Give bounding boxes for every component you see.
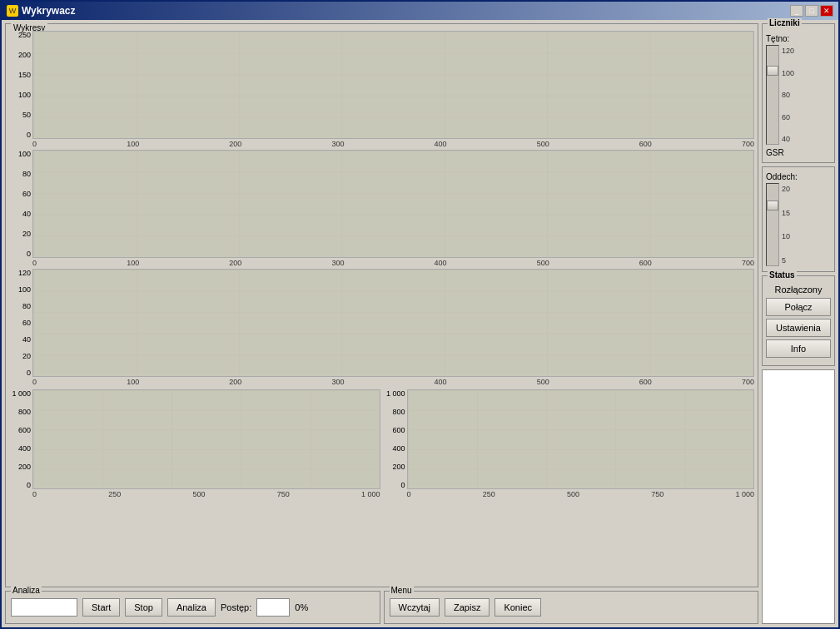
progress-input[interactable] (256, 598, 290, 617)
x-label: 700 (742, 378, 754, 386)
y-label: 800 (392, 408, 405, 416)
y-label: 150 (18, 71, 31, 79)
info-textarea[interactable] (762, 369, 835, 624)
x-label: 500 (537, 140, 549, 148)
chart-1-plot (32, 31, 754, 139)
status-content: Rozłączony Połącz Ustawienia Info (766, 285, 831, 360)
x-label: 0 (32, 259, 37, 267)
analysis-label: Analiza (11, 586, 42, 595)
oddech-label-10: 10 (782, 232, 790, 240)
svg-rect-5 (33, 270, 753, 376)
connect-button[interactable]: Połącz (766, 298, 831, 316)
x-label: 0 (32, 378, 37, 386)
x-label: 200 (229, 378, 241, 386)
y-label: 400 (392, 444, 405, 453)
chart-2-y-labels: 100 80 60 40 20 0 (9, 150, 32, 258)
info-button[interactable]: Info (766, 339, 831, 358)
y-label: 20 (22, 230, 31, 238)
x-label: 400 (435, 140, 447, 148)
oddech-label: Oddech: (766, 172, 831, 181)
chart-2-plot (32, 150, 754, 258)
y-label: 20 (22, 352, 31, 360)
x-label: 400 (435, 259, 447, 267)
bc-left-inner: 1 000 800 600 400 200 0 (9, 389, 380, 489)
oddech-slider-container: 20 15 10 5 (766, 183, 831, 266)
tetno-thumb[interactable] (767, 66, 778, 76)
tetno-label-40: 40 (782, 135, 794, 143)
x-label: 750 (277, 490, 290, 498)
chart-2: 100 80 60 40 20 0 (9, 150, 754, 267)
x-label: 200 (229, 140, 241, 148)
analyze-button[interactable]: Analiza (167, 598, 216, 617)
progress-label: Postęp: (221, 602, 251, 612)
exit-button[interactable]: Koniec (495, 598, 541, 617)
stop-button[interactable]: Stop (125, 598, 162, 617)
counters-section: Liczniki Tętno: 120 100 80 60 40 (762, 23, 835, 163)
y-label: 0 (27, 369, 31, 377)
bc-right-plot (407, 389, 755, 489)
x-label: 300 (331, 259, 344, 267)
x-label: 300 (331, 140, 344, 148)
save-button[interactable]: Zapisz (445, 598, 490, 617)
status-title: Status (768, 270, 797, 280)
maximize-button[interactable]: □ (805, 5, 818, 17)
oddech-label-20: 20 (782, 185, 790, 193)
oddech-slider-labels: 20 15 10 5 (782, 183, 790, 266)
tetno-label: Tętno: (766, 34, 831, 43)
counters-title: Liczniki (768, 18, 802, 27)
y-label: 120 (18, 269, 31, 277)
y-label: 40 (22, 210, 31, 218)
load-button[interactable]: Wczytaj (390, 598, 440, 617)
chart-3-inner: 120 100 80 60 40 20 0 (9, 269, 754, 377)
chart-1-inner: 250 200 150 100 50 0 (9, 31, 754, 139)
tetno-group: Tętno: 120 100 80 60 40 (766, 34, 831, 145)
status-value: Rozłączony (766, 285, 831, 295)
y-label: 60 (22, 190, 31, 198)
chart-2-inner: 100 80 60 40 20 0 (9, 150, 754, 258)
three-charts: 250 200 150 100 50 0 (9, 31, 754, 386)
tetno-label-80: 80 (782, 91, 794, 99)
title-bar: W Wykrywacz _ □ ✕ (2, 2, 838, 20)
x-label: 250 (483, 490, 495, 498)
bottom-chart-left: 1 000 800 600 400 200 0 (9, 389, 380, 498)
x-label: 300 (331, 378, 344, 386)
y-label: 0 (27, 481, 31, 489)
close-button[interactable]: ✕ (820, 5, 833, 17)
svg-rect-9 (408, 390, 754, 488)
bc-left-y-labels: 1 000 800 600 400 200 0 (9, 389, 32, 489)
x-label: 600 (639, 140, 652, 148)
settings-button[interactable]: Ustawienia (766, 319, 831, 337)
x-label: 100 (127, 259, 139, 267)
oddech-slider[interactable] (766, 183, 779, 266)
x-label: 500 (192, 490, 205, 498)
minimize-button[interactable]: _ (790, 5, 803, 17)
oddech-thumb[interactable] (767, 201, 778, 210)
y-label: 200 (18, 51, 31, 59)
chart-3-x-labels: 0 100 200 300 400 500 600 700 (9, 378, 754, 386)
bc-right-inner: 1 000 800 600 400 200 0 (384, 389, 755, 489)
x-label: 500 (537, 378, 549, 386)
start-button[interactable]: Start (82, 598, 120, 617)
oddech-section: Oddech: 20 15 10 5 (762, 166, 835, 272)
y-label: 0 (27, 131, 31, 139)
y-label: 600 (392, 426, 405, 434)
tetno-slider[interactable] (766, 45, 779, 145)
x-label: 100 (127, 378, 139, 386)
y-label: 80 (22, 302, 31, 310)
y-label: 100 (18, 91, 31, 99)
bc-right-y-labels: 1 000 800 600 400 200 0 (384, 389, 407, 489)
menu-panel: Menu Wczytaj Zapisz Koniec (384, 591, 759, 624)
chart-1: 250 200 150 100 50 0 (9, 31, 754, 148)
x-label: 600 (639, 378, 652, 386)
right-panel: Liczniki Tętno: 120 100 80 60 40 (762, 23, 835, 624)
oddech-label-15: 15 (782, 209, 790, 217)
analysis-input[interactable] (11, 598, 77, 617)
svg-rect-7 (33, 390, 380, 488)
chart-1-x-labels: 0 100 200 300 400 500 600 700 (9, 140, 754, 148)
y-label: 200 (392, 463, 405, 471)
y-label: 200 (18, 463, 31, 471)
main-window: W Wykrywacz _ □ ✕ Wykresy 250 (0, 0, 840, 629)
x-label: 600 (639, 259, 652, 267)
chart-3-y-labels: 120 100 80 60 40 20 0 (9, 269, 32, 377)
x-label: 0 (407, 490, 411, 498)
